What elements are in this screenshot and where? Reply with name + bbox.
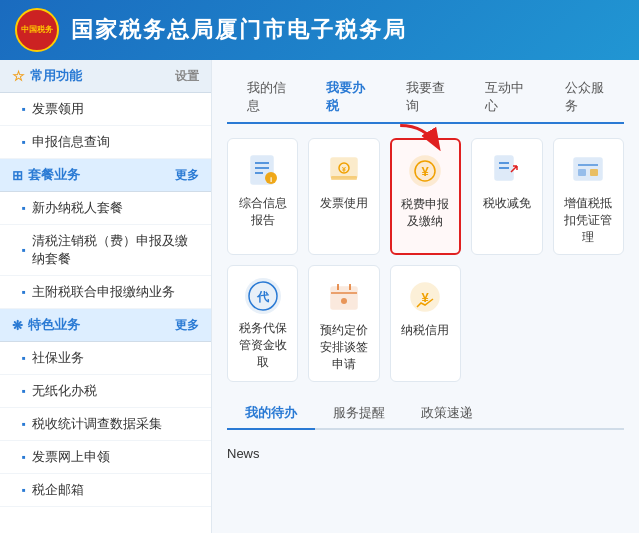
sidebar-item[interactable]: 清税注销税（费）申报及缴纳套餐	[0, 225, 211, 276]
tab-my-tasks[interactable]: 我要办税	[306, 72, 385, 124]
tab-public[interactable]: 公众服务	[545, 72, 624, 124]
tax-declaration-icon: ¥	[406, 152, 444, 190]
service-label: 税收减免	[483, 195, 531, 212]
sidebar-item[interactable]: 社保业务	[0, 342, 211, 375]
sidebar-item[interactable]: 新办纳税人套餐	[0, 192, 211, 225]
escrow-icon: 代	[245, 278, 281, 314]
header-title: 国家税务总局厦门市电子税务局	[71, 15, 407, 45]
sidebar-package-more[interactable]: 更多	[175, 167, 199, 184]
tab-my-query[interactable]: 我要查询	[386, 72, 465, 124]
service-item-vat[interactable]: 增值税抵扣凭证管理	[553, 138, 624, 255]
service-label: 增值税抵扣凭证管理	[560, 195, 617, 246]
service-item-tax-declaration[interactable]: ¥ 税费申报及缴纳	[390, 138, 461, 255]
svg-point-27	[341, 298, 347, 304]
sidebar-item[interactable]: 申报信息查询	[0, 126, 211, 159]
service-item-appointment[interactable]: 预约定价安排谈签申请	[308, 265, 379, 382]
tax-reduction-icon	[488, 151, 526, 189]
service-label: 税费申报及缴纳	[398, 196, 453, 230]
sidebar-item[interactable]: 发票网上申领	[0, 441, 211, 474]
comprehensive-icon: i	[244, 151, 282, 189]
service-label: 纳税信用	[401, 322, 449, 339]
sidebar-special-label: 特色业务	[28, 316, 80, 334]
svg-rect-19	[578, 169, 586, 176]
sidebar-item[interactable]: 主附税联合申报缴纳业务	[0, 276, 211, 309]
service-label: 预约定价安排谈签申请	[315, 322, 372, 373]
svg-text:代: 代	[256, 290, 270, 304]
grid-wrapper: i 综合信息报告 ¥ 发票使用	[227, 138, 624, 382]
tab-interaction[interactable]: 互动中心	[465, 72, 544, 124]
sidebar-item[interactable]: 发票领用	[0, 93, 211, 126]
sidebar-package-label: 套餐业务	[28, 166, 80, 184]
service-item-escrow[interactable]: 代 税务代保管资金收取	[227, 265, 298, 382]
svg-rect-20	[590, 169, 598, 176]
tab-reminders[interactable]: 服务提醒	[315, 398, 403, 430]
sidebar-item[interactable]: 无纸化办税	[0, 375, 211, 408]
service-label: 发票使用	[320, 195, 368, 212]
sidebar-item[interactable]: 税企邮箱	[0, 474, 211, 507]
sidebar-section-package: ⊞ 套餐业务 更多	[0, 159, 211, 192]
flower-icon: ❋	[12, 318, 23, 333]
sidebar: ☆ 常用功能 设置 发票领用 申报信息查询 ⊞ 套餐业务 更多 新办纳税人套餐 …	[0, 60, 212, 533]
credit-icon: ¥	[406, 278, 444, 316]
sidebar-section-special: ❋ 特色业务 更多	[0, 309, 211, 342]
svg-text:¥: ¥	[422, 164, 430, 179]
tab-pending[interactable]: 我的待办	[227, 398, 315, 430]
tab-policy[interactable]: 政策速递	[403, 398, 491, 430]
news-section: News	[227, 440, 624, 467]
svg-text:¥: ¥	[342, 166, 346, 173]
top-nav: 我的信息 我要办税 我要查询 互动中心 公众服务	[227, 72, 624, 124]
sidebar-common-label: 常用功能	[30, 67, 82, 85]
sidebar-common-setting[interactable]: 设置	[175, 68, 199, 85]
sidebar-section-common: ☆ 常用功能 设置	[0, 60, 211, 93]
svg-text:i: i	[270, 175, 272, 184]
service-item-tax-reduction[interactable]: 税收减免	[471, 138, 542, 255]
sidebar-item[interactable]: 税收统计调查数据采集	[0, 408, 211, 441]
svg-rect-10	[331, 176, 357, 180]
service-grid: i 综合信息报告 ¥ 发票使用	[227, 138, 624, 382]
svg-rect-17	[574, 158, 602, 180]
sidebar-special-more[interactable]: 更多	[175, 317, 199, 334]
appointment-icon	[325, 278, 363, 316]
header: 中国税务 国家税务总局厦门市电子税务局	[0, 0, 639, 60]
service-item-credit[interactable]: ¥ 纳税信用	[390, 265, 461, 382]
bottom-tabs: 我的待办 服务提醒 政策速递	[227, 398, 624, 430]
main-content: 我的信息 我要办税 我要查询 互动中心 公众服务	[212, 60, 639, 533]
service-item-comprehensive[interactable]: i 综合信息报告	[227, 138, 298, 255]
grid-icon: ⊞	[12, 168, 23, 183]
invoice-icon: ¥	[325, 151, 363, 189]
service-item-invoice[interactable]: ¥ 发票使用	[308, 138, 379, 255]
service-label: 税务代保管资金收取	[234, 320, 291, 371]
service-label: 综合信息报告	[234, 195, 291, 229]
tab-my-info[interactable]: 我的信息	[227, 72, 306, 124]
vat-icon	[569, 151, 607, 189]
star-icon: ☆	[12, 68, 25, 84]
header-logo: 中国税务	[15, 8, 59, 52]
